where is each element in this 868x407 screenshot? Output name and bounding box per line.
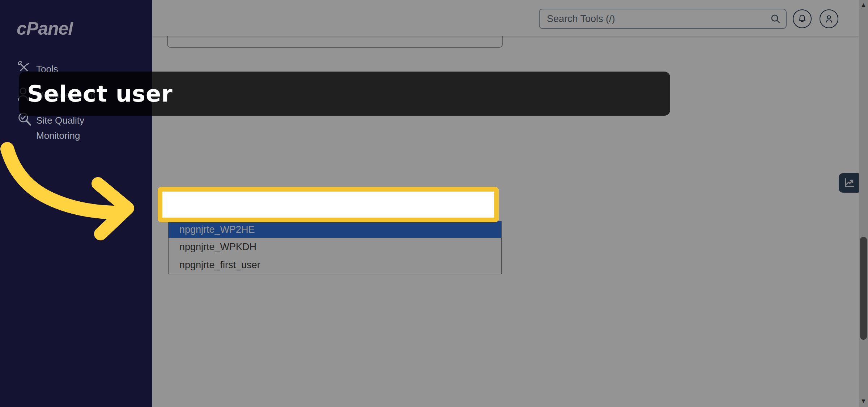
tutorial-tooltip-text: Select user: [19, 81, 173, 107]
search-icon[interactable]: [770, 13, 781, 24]
topbar: [152, 0, 859, 36]
sidebar: cPanel Tools Manage Team Site Quality Mo…: [0, 0, 152, 407]
analytics-panel-button[interactable]: [839, 173, 859, 193]
search-input[interactable]: [539, 9, 787, 29]
dropdown-option-selected[interactable]: npgnjrte_WP2HE: [169, 221, 501, 238]
cpanel-app: Strength i Very Weak (0/100) Password Ge…: [0, 0, 868, 407]
scroll-down-arrow[interactable]: ▼: [859, 398, 868, 405]
scrollbar-thumb[interactable]: [860, 237, 867, 340]
tutorial-tooltip: Select user: [19, 72, 670, 116]
bell-icon: [797, 13, 808, 24]
notifications-button[interactable]: [793, 9, 812, 28]
chart-line-icon: [843, 177, 855, 189]
dropdown-option[interactable]: npgnjrte_first_user: [169, 256, 501, 274]
account-button[interactable]: [820, 9, 838, 28]
dropdown-option[interactable]: npgnjrte_WPKDH: [169, 238, 501, 256]
scrollbar[interactable]: ▲ ▼: [859, 0, 868, 407]
user-select-dropdown: npgnjrte_WP2HE npgnjrte_WPKDH npgnjrte_f…: [168, 221, 502, 274]
cpanel-logo[interactable]: cPanel: [17, 18, 73, 39]
scroll-up-arrow[interactable]: ▲: [859, 1, 868, 9]
user-icon: [824, 13, 834, 24]
sidebar-item-label: Site Quality Monitoring: [36, 113, 119, 143]
